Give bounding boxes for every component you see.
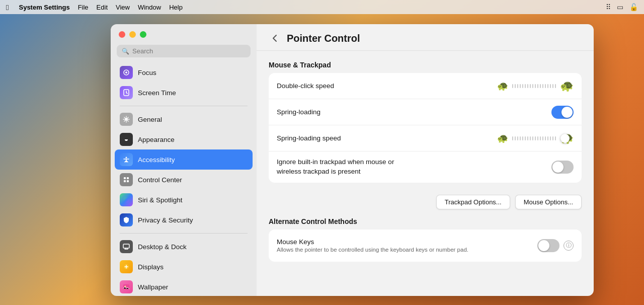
mouse-keys-sublabel: Allows the pointer to be controlled usin… (277, 247, 537, 253)
mouse-keys-toggle[interactable] (537, 239, 559, 252)
lock-icon: 🔓 (629, 3, 638, 11)
svg-rect-11 (123, 244, 129, 248)
search-bar[interactable]: 🔍 (117, 45, 251, 57)
menubar-right-icons: ⠿ ▭ 🔓 (606, 3, 638, 11)
menubar-help[interactable]: Help (169, 4, 183, 11)
mouse-keys-row: Mouse Keys Allows the pointer to be cont… (269, 230, 582, 262)
mouse-keys-label: Mouse Keys (277, 238, 537, 246)
sidebar-list: Focus Screen Time General Appearance (111, 62, 257, 296)
search-input[interactable] (132, 47, 246, 55)
sidebar-divider-2 (120, 233, 248, 234)
spring-loading-speed-thumb[interactable] (560, 134, 570, 143)
focus-icon (120, 66, 133, 79)
menubar-system-settings[interactable]: System Settings (19, 4, 69, 11)
sidebar-divider-1 (120, 106, 248, 106)
displays-icon (120, 260, 133, 273)
sidebar-label-general: General (138, 116, 162, 123)
sidebar-label-control-center: Control Center (138, 176, 182, 184)
svg-rect-9 (127, 180, 129, 182)
sidebar-label-appearance: Appearance (138, 136, 175, 143)
sidebar-item-general[interactable]: General (115, 109, 253, 129)
spring-loading-speed-label: Spring-loading speed (277, 134, 425, 142)
sidebar-label-accessibility: Accessibility (138, 156, 175, 164)
spring-loading-speed-slider-area: 🐢 (425, 132, 574, 145)
mouse-keys-content: Mouse Keys Allows the pointer to be cont… (277, 238, 537, 253)
general-icon (120, 113, 133, 126)
sidebar-label-displays: Displays (138, 263, 164, 271)
desktop-icon (120, 240, 133, 253)
alternate-control-card: Mouse Keys Allows the pointer to be cont… (269, 230, 582, 262)
sidebar-label-desktop-dock: Desktop & Dock (138, 243, 187, 251)
double-click-speed-slider-area: 🐢 (425, 80, 574, 93)
sidebar-item-appearance[interactable]: Appearance (115, 129, 253, 149)
spring-loading-toggle[interactable] (551, 106, 574, 119)
sidebar-label-wallpaper: Wallpaper (138, 283, 168, 291)
double-click-speed-label: Double-click speed (277, 82, 425, 90)
sidebar-item-control-center[interactable]: Control Center (115, 170, 253, 190)
sidebar-item-wallpaper[interactable]: Wallpaper (115, 277, 253, 296)
double-click-slider-track[interactable] (512, 84, 556, 88)
slow-turtle-icon-2: 🐢 (497, 133, 508, 144)
svg-point-3 (125, 118, 128, 121)
ignore-trackpad-toggle-knob (552, 162, 564, 173)
mouse-keys-info-icon[interactable]: ⓘ (564, 241, 574, 251)
sidebar-item-desktop-dock[interactable]: Desktop & Dock (115, 237, 253, 257)
system-settings-window: 🔍 Focus Screen Time Gene (111, 24, 594, 296)
section-title-mouse-trackpad: Mouse & Trackpad (269, 61, 582, 69)
sidebar-label-privacy: Privacy & Security (138, 216, 193, 224)
spring-loading-toggle-knob (561, 107, 573, 118)
svg-rect-6 (124, 177, 126, 179)
content-header: Pointer Control (257, 24, 594, 51)
fast-turtle-icon: 🐢 (560, 80, 574, 93)
menubar-view[interactable]: View (116, 4, 130, 11)
privacy-icon (120, 213, 133, 226)
menubar-file[interactable]: File (78, 4, 89, 11)
svg-rect-7 (127, 177, 129, 179)
dots-icon: ⠿ (606, 3, 611, 11)
ignore-trackpad-label: Ignore built-in trackpad when mouse or w… (277, 158, 414, 177)
close-button[interactable] (119, 31, 125, 38)
sidebar-item-privacy[interactable]: Privacy & Security (115, 210, 253, 230)
sidebar-item-siri[interactable]: Siri & Spotlight (115, 190, 253, 210)
accessibility-icon (120, 153, 133, 166)
back-button[interactable] (269, 32, 281, 44)
menubar:  System Settings File Edit View Window … (0, 0, 644, 14)
ignore-trackpad-toggle[interactable] (551, 161, 574, 174)
section-title-alternate-control: Alternate Control Methods (269, 217, 582, 225)
mouse-options-button[interactable]: Mouse Options... (515, 195, 582, 209)
screen-time-icon (120, 86, 133, 99)
sidebar-label-siri: Siri & Spotlight (138, 196, 183, 204)
sidebar-item-displays[interactable]: Displays (115, 257, 253, 277)
maximize-button[interactable] (140, 31, 146, 38)
slow-turtle-icon: 🐢 (497, 81, 508, 92)
sidebar-label-focus: Focus (138, 69, 156, 77)
spring-loading-slider-track[interactable] (512, 136, 556, 140)
siri-icon (120, 193, 133, 206)
window-controls (111, 24, 257, 43)
sidebar-item-screen-time[interactable]: Screen Time (115, 83, 253, 103)
apple-menu[interactable]:  (6, 3, 9, 12)
ignore-trackpad-row: Ignore built-in trackpad when mouse or w… (269, 151, 582, 183)
menubar-edit[interactable]: Edit (97, 4, 108, 11)
rectangle-icon: ▭ (617, 3, 623, 11)
appearance-icon (120, 133, 133, 146)
search-icon: 🔍 (122, 48, 129, 55)
minimize-button[interactable] (129, 31, 136, 38)
trackpad-options-button[interactable]: Trackpad Options... (436, 195, 510, 209)
svg-point-10 (123, 197, 129, 203)
sidebar-label-screen-time: Screen Time (138, 89, 176, 97)
sidebar-item-focus[interactable]: Focus (115, 62, 253, 83)
wallpaper-icon (120, 280, 133, 293)
sidebar: 🔍 Focus Screen Time Gene (111, 24, 257, 296)
svg-rect-8 (124, 180, 126, 182)
svg-point-1 (125, 71, 127, 73)
mouse-keys-toggle-knob (538, 240, 549, 251)
sidebar-item-accessibility[interactable]: Accessibility (115, 149, 253, 170)
menubar-window[interactable]: Window (138, 4, 161, 11)
svg-point-5 (126, 157, 127, 159)
content-body: Mouse & Trackpad Double-click speed 🐢 (257, 51, 594, 276)
spring-loading-label: Spring-loading (277, 108, 551, 116)
buttons-row: Trackpad Options... Mouse Options... (269, 189, 582, 211)
spring-loading-speed-row: Spring-loading speed 🐢 (269, 125, 582, 151)
page-title: Pointer Control (287, 33, 360, 44)
